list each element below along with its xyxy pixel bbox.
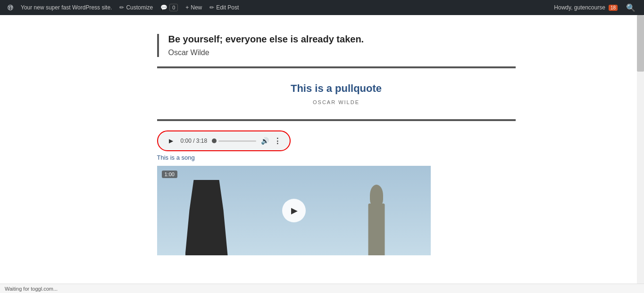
wp-logo[interactable]	[4, 1, 17, 14]
status-text: Waiting for toggl.com...	[5, 286, 58, 292]
content-area: Be yourself; everyone else is already ta…	[110, 15, 535, 293]
statue-body	[368, 203, 385, 255]
plus-icon: +	[185, 4, 189, 11]
edit-icon: ✏	[209, 4, 214, 11]
pullquote-author: OSCAR WILDE	[176, 99, 497, 105]
audio-progress[interactable]	[212, 138, 256, 143]
audio-time: 0:00 / 3:18	[181, 138, 208, 144]
comments-btn[interactable]: 💬 0	[157, 0, 182, 15]
video-timestamp: 1:00	[162, 171, 177, 178]
scrollbar-thumb[interactable]	[637, 15, 644, 72]
audio-play-button[interactable]	[167, 136, 176, 146]
scrollbar[interactable]	[637, 15, 644, 293]
site-name[interactable]: Your new super fast WordPress site.	[17, 0, 116, 15]
customize-btn[interactable]: ✏ Customize	[116, 0, 157, 15]
search-button[interactable]: 🔍	[621, 0, 640, 15]
comment-icon: 💬	[160, 4, 167, 11]
audio-volume-button[interactable]: 🔊	[261, 137, 269, 145]
pullquote: This is a pullquote OSCAR WILDE	[157, 66, 516, 121]
blockquote: Be yourself; everyone else is already ta…	[157, 34, 516, 57]
new-btn[interactable]: + New	[182, 0, 206, 15]
admin-bar: Your new super fast WordPress site. ✏ Cu…	[0, 0, 644, 15]
audio-caption: This is a song	[157, 154, 516, 161]
page-wrapper: Be yourself; everyone else is already ta…	[0, 15, 644, 293]
audio-section: 0:00 / 3:18 🔊 ⋮	[157, 130, 516, 151]
blockquote-text: Be yourself; everyone else is already ta…	[168, 34, 516, 45]
audio-progress-dot	[212, 138, 217, 143]
pencil-icon: ✏	[119, 4, 124, 11]
blockquote-author: Oscar Wilde	[168, 49, 516, 57]
video-section: 1:00	[157, 166, 516, 255]
audio-more-button[interactable]: ⋮	[274, 137, 281, 146]
statue-head	[370, 185, 383, 206]
search-icon: 🔍	[626, 3, 636, 12]
status-bar: Waiting for toggl.com...	[0, 284, 644, 293]
pullquote-text: This is a pullquote	[176, 82, 497, 95]
statue-silhouette	[360, 185, 393, 255]
user-greeting[interactable]: Howdy, gutencourse 18	[550, 0, 621, 15]
video-play-button[interactable]	[282, 199, 306, 222]
audio-player: 0:00 / 3:18 🔊 ⋮	[157, 130, 291, 151]
video-player[interactable]: 1:00	[157, 166, 431, 255]
edit-post-btn[interactable]: ✏ Edit Post	[206, 0, 243, 15]
audio-track	[218, 140, 256, 142]
admin-bar-right: Howdy, gutencourse 18 🔍	[550, 0, 640, 15]
